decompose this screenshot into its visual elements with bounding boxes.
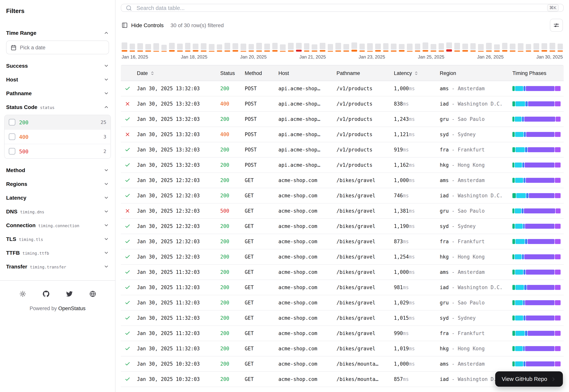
filter-section-host[interactable]: Host — [0, 73, 115, 86]
table-row[interactable]: Jan 30, 2025 10:32:03200GETacme-shop.com… — [121, 356, 564, 372]
timing-segment — [555, 270, 561, 275]
table-row[interactable]: Jan 30, 2025 10:32:03400GETacme-shop.com… — [121, 387, 564, 392]
table-row[interactable]: Jan 30, 2025 13:32:03200POSTapi.acme-sho… — [121, 112, 564, 127]
table-row[interactable]: Jan 30, 2025 11:32:03200GETacme-shop.com… — [121, 310, 564, 326]
table-row[interactable]: Jan 30, 2025 11:32:03200GETacme-shop.com… — [121, 280, 564, 295]
table-row[interactable]: Jan 30, 2025 13:32:03400POSTapi.acme-sho… — [121, 127, 564, 142]
timing-segment — [515, 346, 523, 351]
cell-method: POST — [242, 101, 275, 107]
table-row[interactable]: Jan 30, 2025 12:32:03200GETacme-shop.com… — [121, 173, 564, 188]
cell-pathname: /bikes/mounta… — [333, 361, 391, 367]
filter-section-transfer[interactable]: Transfertiming.transfer — [0, 260, 115, 273]
col-date[interactable]: Date — [134, 70, 217, 76]
success-icon — [121, 193, 134, 198]
chevron-down-icon — [104, 168, 109, 173]
cell-method: GET — [242, 254, 275, 260]
bar-accent — [233, 50, 238, 52]
cell-timing-phases — [509, 193, 564, 198]
checkbox[interactable] — [9, 119, 15, 126]
github-icon[interactable] — [43, 291, 49, 297]
filter-section-dns[interactable]: DNStiming.dns — [0, 205, 115, 218]
timeline-bar — [280, 44, 286, 52]
timing-segment — [523, 224, 525, 229]
filter-section-status-code[interactable]: Status Codestatus — [0, 100, 115, 114]
filter-section-success[interactable]: Success — [0, 59, 115, 73]
bar-accent — [550, 51, 555, 52]
timeline-bar — [454, 43, 460, 52]
table-row[interactable]: Jan 30, 2025 13:32:03200POSTapi.acme-sho… — [121, 158, 564, 173]
filter-section-regions[interactable]: Regions — [0, 177, 115, 191]
timing-segment — [555, 346, 561, 351]
table-row[interactable]: Jan 30, 2025 12:32:03200GETacme-shop.com… — [121, 188, 564, 203]
sun-icon[interactable] — [19, 291, 26, 297]
search-input[interactable] — [136, 4, 543, 11]
latency-unit: ms — [409, 269, 415, 275]
chevron-down-icon — [104, 181, 109, 187]
table-row[interactable]: Jan 30, 2025 13:32:03200POSTapi.acme-sho… — [121, 142, 564, 158]
table-row[interactable]: Jan 30, 2025 12:32:03200GETacme-shop.com… — [121, 234, 564, 249]
table-row[interactable]: Jan 30, 2025 12:32:03200GETacme-shop.com… — [121, 219, 564, 234]
filters-title: Filters — [0, 8, 115, 14]
region-code: hkg — [440, 162, 449, 168]
timeline-bar — [129, 44, 135, 52]
cell-latency: 919ms — [391, 147, 437, 153]
timeline-bar — [328, 44, 333, 52]
region-city: - Amsterdam — [449, 86, 485, 91]
view-options-button[interactable] — [550, 19, 563, 32]
filter-section-latency[interactable]: Latency — [0, 191, 115, 205]
timeline-bar — [248, 44, 254, 52]
view-github-repo-button[interactable]: View GitHub Repo — [495, 371, 563, 387]
table-row[interactable]: Jan 30, 2025 11:32:03200GETacme-shop.com… — [121, 295, 564, 310]
filter-section-method[interactable]: Method — [0, 163, 115, 177]
col-latency[interactable]: Latency — [391, 70, 437, 76]
timeline-chart[interactable]: Jan 16, 2025Jan 18, 2025Jan 20, 2025Jan … — [122, 42, 563, 60]
twitter-icon[interactable] — [66, 291, 72, 297]
latency-unit: ms — [403, 193, 409, 198]
bar-accent — [185, 51, 191, 52]
table-row[interactable]: Jan 30, 2025 11:32:03200GETacme-shop.com… — [121, 341, 564, 356]
search-bar[interactable]: ⌘K — [121, 4, 564, 12]
filter-section-connection[interactable]: Connectiontiming.connection — [0, 218, 115, 232]
checkbox[interactable] — [9, 148, 15, 154]
table-row[interactable]: Jan 30, 2025 13:32:03400POSTapi.acme-sho… — [121, 96, 564, 112]
table-row[interactable]: Jan 30, 2025 11:32:03200GETacme-shop.com… — [121, 265, 564, 280]
timing-segment — [529, 193, 555, 198]
cell-method: GET — [242, 315, 275, 321]
success-icon — [121, 254, 134, 260]
timing-segment — [513, 239, 515, 244]
timing-segment — [526, 178, 555, 183]
table-row[interactable]: Jan 30, 2025 12:32:03200GETacme-shop.com… — [121, 249, 564, 265]
cell-method: POST — [242, 162, 275, 168]
region-city: - Hong Kong — [449, 346, 485, 351]
checkbox[interactable] — [9, 133, 15, 140]
hide-controls-button[interactable]: Hide Controls — [122, 22, 164, 28]
table-row[interactable]: Jan 30, 2025 11:32:03200GETacme-shop.com… — [121, 326, 564, 341]
timing-segment — [515, 316, 523, 321]
bar-base — [359, 44, 365, 50]
cell-host: acme-shop.com — [275, 361, 333, 367]
status-filter-200[interactable]: 20025 — [5, 115, 111, 129]
filter-section-tls[interactable]: TLStiming.tls — [0, 232, 115, 246]
filter-section-pathname[interactable]: Pathname — [0, 86, 115, 100]
filter-section-label: Pathname — [6, 90, 32, 96]
bar-base — [391, 44, 397, 50]
timing-segment — [555, 193, 561, 198]
latency-unit: ms — [403, 147, 409, 153]
bar-accent — [201, 51, 206, 52]
table-row[interactable]: Jan 30, 2025 12:32:03500GETacme-shop.com… — [121, 203, 564, 219]
cell-host: api.acme-shop… — [275, 101, 333, 107]
table-body: Jan 30, 2025 13:32:03200POSTapi.acme-sho… — [121, 81, 564, 392]
status-filter-500[interactable]: 5002 — [5, 144, 111, 158]
filter-section-time-range[interactable]: Time Range — [0, 26, 115, 40]
cell-latency: 1,000ms — [391, 177, 437, 183]
date-picker-input[interactable]: Pick a date — [6, 41, 109, 54]
status-filter-400[interactable]: 4003 — [5, 129, 111, 144]
table-row[interactable]: Jan 30, 2025 13:32:03200POSTapi.acme-sho… — [121, 81, 564, 96]
timing-bar — [513, 285, 561, 290]
bar-base — [328, 44, 333, 50]
filter-section-ttfb[interactable]: TTFBtiming.ttfb — [0, 246, 115, 260]
globe-icon[interactable] — [89, 291, 96, 297]
region-city: - Frankfurt — [449, 239, 485, 244]
openstatus-link[interactable]: OpenStatus — [58, 306, 86, 311]
filter-section-label: Method — [6, 167, 25, 173]
